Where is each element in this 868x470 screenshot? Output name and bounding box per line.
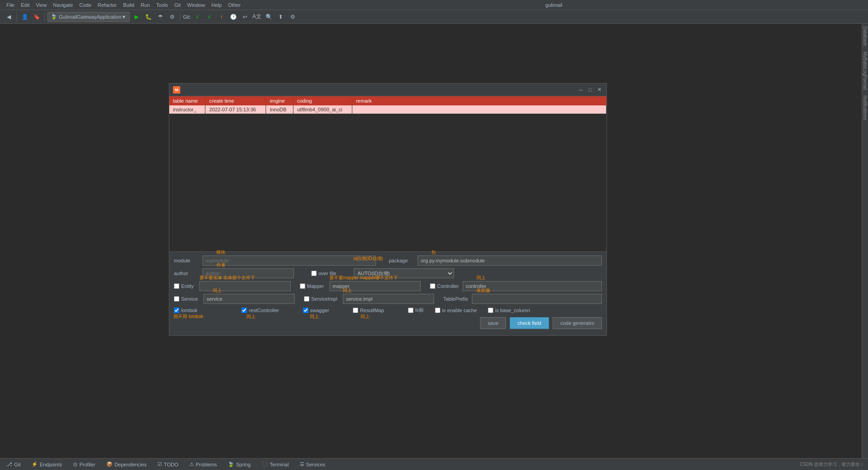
status-endpoints[interactable]: ⚡ Endpoints [29, 459, 65, 470]
update-btn[interactable]: ⬆ [276, 12, 286, 22]
resultmap-label: ResultMap [360, 308, 384, 313]
author-input[interactable] [203, 268, 294, 278]
col-coding: coding [293, 96, 352, 105]
swagger-tooltip: 同上 [310, 313, 319, 320]
restcontroller-checkbox[interactable] [241, 308, 247, 313]
menu-tools[interactable]: Tools [153, 1, 171, 9]
services-icon: ☰ [300, 461, 304, 467]
close-button[interactable]: ✕ [596, 86, 603, 94]
status-profiler[interactable]: ◎ Profiler [70, 459, 98, 470]
menu-run[interactable]: Run [138, 1, 152, 9]
tableprefix-input[interactable] [472, 294, 602, 304]
main-menu[interactable]: File Edit View Navigate Code Refactor Bu… [4, 1, 243, 9]
coverage-btn[interactable]: ☂ [155, 12, 165, 22]
status-dependencies[interactable]: 📦 Dependencies [104, 459, 149, 470]
menu-other[interactable]: Other [225, 1, 244, 9]
git-label: Git: [183, 12, 191, 22]
settings-btn[interactable]: ⚙ [288, 12, 298, 22]
enablecache-checkbox[interactable] [435, 308, 440, 313]
git-rollback[interactable]: ↩ [240, 12, 250, 22]
table-row[interactable]: instructor_ 2022-07-07 15:13:36 InnoDB u… [169, 105, 607, 114]
tables-list: table name create time engine coding rem… [169, 96, 607, 114]
mapper-checkbox[interactable] [300, 283, 305, 289]
entity-checkbox-group: Entity [174, 283, 194, 289]
menu-view[interactable]: View [33, 1, 50, 9]
swagger-checkbox[interactable] [303, 308, 309, 313]
menu-window[interactable]: Window [184, 1, 208, 9]
code-generator-button[interactable]: code generatro [553, 317, 602, 329]
more-run-btn[interactable]: ⚙ [167, 12, 177, 22]
lombok-checkbox[interactable] [174, 308, 179, 313]
check-field-button[interactable]: check field [510, 317, 549, 329]
resultmap-checkbox[interactable] [353, 308, 358, 313]
swagger-checkbox-group: swagger [303, 308, 329, 313]
id-type-select[interactable]: AUTO(ID自增) INPUT NONE UUID [354, 268, 454, 278]
status-spring[interactable]: 🍃 Spring [225, 459, 253, 470]
entity-checkbox[interactable] [174, 283, 179, 289]
menu-file[interactable]: File [4, 1, 17, 9]
problems-icon: ⚠ [189, 461, 194, 467]
serviceimpl-checkbox[interactable] [304, 296, 309, 302]
status-spring-label: Spring [236, 462, 251, 467]
service-input[interactable] [204, 294, 295, 304]
status-git[interactable]: ⎇ Git [4, 459, 23, 470]
profile-btn[interactable]: 👤 [20, 12, 30, 22]
menu-refactor[interactable]: Refactor [95, 1, 120, 9]
status-todo[interactable]: ☑ TODO [155, 459, 181, 470]
save-button[interactable]: save [480, 317, 506, 329]
restcontroller-checkbox-group: restController [241, 308, 279, 313]
controller-checkbox[interactable] [430, 283, 435, 289]
translate-btn[interactable]: A文 [252, 12, 262, 22]
toolbar-separator-2 [44, 13, 45, 21]
git-clock[interactable]: 🕐 [228, 12, 238, 22]
entity-input[interactable] [199, 281, 291, 291]
lombok-label: lombok [181, 308, 197, 313]
controller-input[interactable] [463, 281, 602, 291]
navigate-btn[interactable]: 🔖 [31, 12, 42, 22]
menu-code[interactable]: Code [77, 1, 94, 9]
git-push[interactable]: ↑ [216, 12, 226, 22]
menu-edit[interactable]: Edit [18, 1, 32, 9]
mybatis-panel-label[interactable]: MyBatisLogFormat [862, 49, 868, 93]
menu-navigate[interactable]: Navigate [50, 1, 75, 9]
mapper-label: Mapper [307, 283, 324, 289]
status-problems-label: Problems [196, 462, 217, 467]
cell-engine: InnoDB [266, 105, 293, 114]
menu-build[interactable]: Build [120, 1, 137, 9]
col-engine: engine [266, 96, 293, 105]
menu-git[interactable]: Git [172, 1, 183, 9]
status-problems[interactable]: ⚠ Problems [187, 459, 220, 470]
back-btn[interactable]: ◀ [4, 12, 14, 22]
run-btn[interactable]: ▶ [131, 12, 141, 22]
status-git-label: Git [14, 462, 21, 467]
status-terminal-label: Terminal [270, 462, 289, 467]
dialog-controls[interactable]: ─ □ ✕ [577, 86, 603, 94]
basecolumn-checkbox[interactable] [488, 308, 493, 313]
serviceimpl-input[interactable] [343, 294, 434, 304]
module-input[interactable] [203, 256, 376, 266]
debug-btn[interactable]: 🐛 [143, 12, 153, 22]
col-remark: remark [352, 96, 607, 105]
run-config[interactable]: 🍃 GulimallGatewayApplication ▼ [47, 12, 130, 22]
menu-help[interactable]: Help [209, 1, 225, 9]
database-panel-label[interactable]: Database [862, 24, 868, 49]
over-file-checkbox[interactable] [311, 271, 317, 276]
mapper-input[interactable] [329, 281, 421, 291]
minimize-button[interactable]: ─ [577, 86, 585, 94]
git-checkmark2[interactable]: ✓ [204, 12, 214, 22]
status-services[interactable]: ☰ Services [297, 459, 328, 470]
notifications-panel-label[interactable]: Notifications [862, 93, 868, 123]
status-todo-label: TODO [164, 462, 178, 467]
entity-label: Entity [181, 283, 194, 289]
swagger-label: swagger [310, 308, 329, 313]
service-checkbox[interactable] [174, 296, 179, 302]
status-profiler-label: Profiler [79, 462, 95, 467]
git-checkmark[interactable]: ✓ [193, 12, 203, 22]
status-terminal[interactable]: ⬛ Terminal [259, 459, 292, 470]
maximize-button[interactable]: □ [586, 86, 594, 94]
package-input[interactable] [418, 256, 602, 266]
search-btn[interactable]: 🔍 [264, 12, 274, 22]
action-buttons: save check field code generatro [480, 317, 602, 329]
islabel-checkbox[interactable] [408, 308, 413, 313]
toolbar-separator-1 [16, 13, 17, 21]
